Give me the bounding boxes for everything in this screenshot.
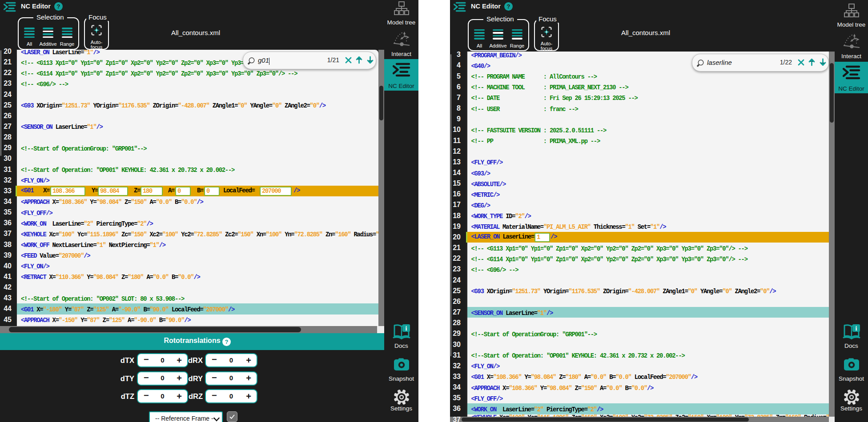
- svg-text:i: i: [405, 325, 407, 332]
- svg-text:i: i: [855, 325, 857, 332]
